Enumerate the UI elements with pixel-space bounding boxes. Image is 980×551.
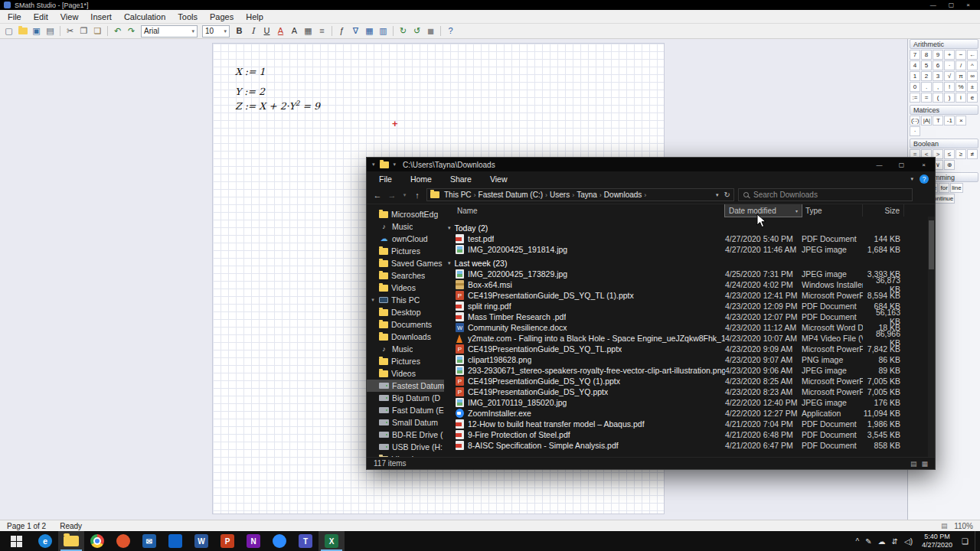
menu-tools[interactable]: Tools [172,11,204,23]
file-row[interactable]: CE419PresentationGuide_DS_YQ_TL.pptx4/23… [444,344,928,354]
view-mode-icon[interactable]: ▤ [939,521,949,530]
sidebar-item-fast-datum-e[interactable]: Fast Datum (E [367,404,444,416]
taskbar-app-word[interactable]: W [188,531,214,551]
file-row[interactable]: Mass Timber Research .pdf4/23/2020 12:07… [444,311,928,322]
sidebar-item-downloads[interactable]: Downloads [367,331,444,343]
explorer-close-button[interactable]: × [913,158,935,171]
palette-button-[interactable]: ∞ [967,71,978,81]
palette-button-[interactable]: ± [967,82,978,92]
sidebar-item-documents[interactable]: Documents [367,318,444,331]
smath-maximize-button[interactable]: ▢ [949,2,955,8]
sidebar-item-music[interactable]: ♪Music [367,220,444,233]
print-icon[interactable]: ▤ [44,25,57,37]
menu-help[interactable]: Help [240,11,270,23]
taskbar-app-powerpoint[interactable]: P [214,531,240,551]
palette-button-4[interactable]: 4 [910,60,920,70]
smath-minimize-button[interactable]: — [930,2,936,8]
palette-button-[interactable]: ⊕ [944,160,955,170]
interrupt-icon[interactable]: ◼ [424,25,437,37]
taskbar-app-file-explorer[interactable] [58,531,84,551]
file-row[interactable]: Box-x64.msi4/24/2020 4:02 PMWindows Inst… [444,279,928,290]
refresh-icon[interactable]: ↻ [397,25,410,37]
taskbar-app-zoom[interactable] [266,531,292,551]
collapse-chevron-icon[interactable]: ▾ [448,260,451,266]
search-box[interactable]: Search Downloads [738,188,913,201]
palette-button-[interactable]: ) [944,93,955,103]
sidebar-item-music[interactable]: ♪Music [367,343,444,355]
font-family-select[interactable]: Arial▾ [141,25,198,37]
palette-button-line[interactable]: line [950,183,962,193]
sidebar-item-small-datum[interactable]: Small Datum [367,416,444,429]
font-size-select[interactable]: 10▾ [202,25,230,37]
menu-file[interactable]: File [2,11,28,23]
tab-view[interactable]: View [481,171,517,186]
back-button[interactable]: ← [372,191,383,200]
sidebar-item-saved-games[interactable]: Saved Games [367,257,444,269]
clock[interactable]: 5:40 PM 4/27/2020 [919,533,956,549]
paste-icon[interactable]: ❏ [91,25,104,37]
file-row[interactable]: split ring.pdf4/23/2020 12:09 PMPDF Docu… [444,301,928,311]
breadcrumb-item-tayna[interactable]: Tayna [575,191,599,199]
show-desktop-button[interactable] [975,531,978,551]
palette-button-9[interactable]: 9 [933,50,943,60]
scrollbar-thumb[interactable] [929,220,934,269]
palette-button-[interactable]: π [956,71,966,81]
undo-icon[interactable]: ↶ [111,25,124,37]
tray-expand-icon[interactable]: ^ [855,537,859,546]
palette-button-[interactable]: · [944,60,955,70]
taskbar-app-teams[interactable]: T [292,531,318,551]
column-header-type[interactable]: Type [802,204,863,217]
menu-calculation[interactable]: Calculation [118,11,172,23]
expand-chevron-icon[interactable]: ▾ [370,297,376,303]
sidebar-item-videos[interactable]: Videos [367,367,444,380]
align-left-icon[interactable]: ≡ [315,25,328,37]
border-icon[interactable]: ▦ [302,25,315,37]
palette-button-[interactable]: % [956,82,966,92]
taskbar-app-onenote[interactable]: N [240,531,266,551]
file-row[interactable]: 293-2930671_stereo-speakers-royalty-free… [444,365,928,376]
taskbar-app-chrome[interactable] [84,531,110,551]
taskbar-app-photos[interactable] [162,531,188,551]
thumbnail-view-icon[interactable]: ▦ [921,460,928,468]
palette-button-[interactable]: ← [967,50,978,60]
menu-edit[interactable]: Edit [28,11,54,23]
palette-button-3[interactable]: 3 [933,71,943,81]
quick-access-dropdown-icon[interactable]: ▾ [394,161,397,168]
zoom-level[interactable]: 110% [954,522,973,530]
math-expression-z[interactable]: Z := X + 2·Y2 = 9 [235,99,320,112]
file-row[interactable]: IMG_20200425_191814.jpg4/27/2020 11:46 A… [444,244,928,255]
palette-button-[interactable]: . [921,82,932,92]
file-row[interactable]: IMG_20170119_185020.jpg4/22/2020 12:40 P… [444,397,928,408]
file-row[interactable]: CE419PresentationGuide_DS_YQ_TL (1).pptx… [444,290,928,301]
palette-button-[interactable]: √ [944,71,955,81]
palette-button-[interactable]: / [956,60,966,70]
palette-button-[interactable]: = [921,93,932,103]
help-icon[interactable]: ? [444,25,457,37]
palette-button-[interactable]: := [910,93,920,103]
filter-icon[interactable]: ∇ [349,25,362,37]
file-row[interactable]: IMG_20200425_173829.jpg4/25/2020 7:31 PM… [444,269,928,279]
cut-icon[interactable]: ✂ [64,25,77,37]
underline-icon[interactable]: U [260,25,273,37]
recalculate-icon[interactable]: ↺ [410,25,423,37]
palette-button-[interactable]: ^ [967,60,978,70]
taskbar-app-edge[interactable]: e [32,531,58,551]
math-expression-y[interactable]: Y := 2 [235,86,265,97]
volume-icon[interactable]: ◁) [904,537,913,546]
address-bar[interactable]: This PC›Fastest Datum (C:)›Users›Tayna›D… [426,188,734,201]
palette-button-1[interactable]: 1 [910,71,920,81]
file-row[interactable]: Community Resilience.docx4/23/2020 11:12… [444,322,928,333]
filter-chevron-icon[interactable]: ▾ [795,208,798,214]
sidebar-item-bd-re-drive[interactable]: BD-RE Drive ( [367,429,444,441]
taskbar-app-firefox[interactable] [110,531,136,551]
palette-button-t[interactable]: T [933,116,943,126]
bold-icon[interactable]: B [233,25,246,37]
forward-button[interactable]: → [387,191,397,200]
sidebar-item-usb-drive-h[interactable]: USB Drive (H: [367,441,444,453]
palette-button-[interactable]: (∷) [910,116,920,126]
palette-button-[interactable]: × [956,116,966,126]
open-file-icon[interactable] [16,25,29,37]
palette-button-[interactable]: ( [933,93,943,103]
palette-button-[interactable]: · [910,126,920,136]
sidebar-item-desktop[interactable]: Desktop [367,306,444,318]
